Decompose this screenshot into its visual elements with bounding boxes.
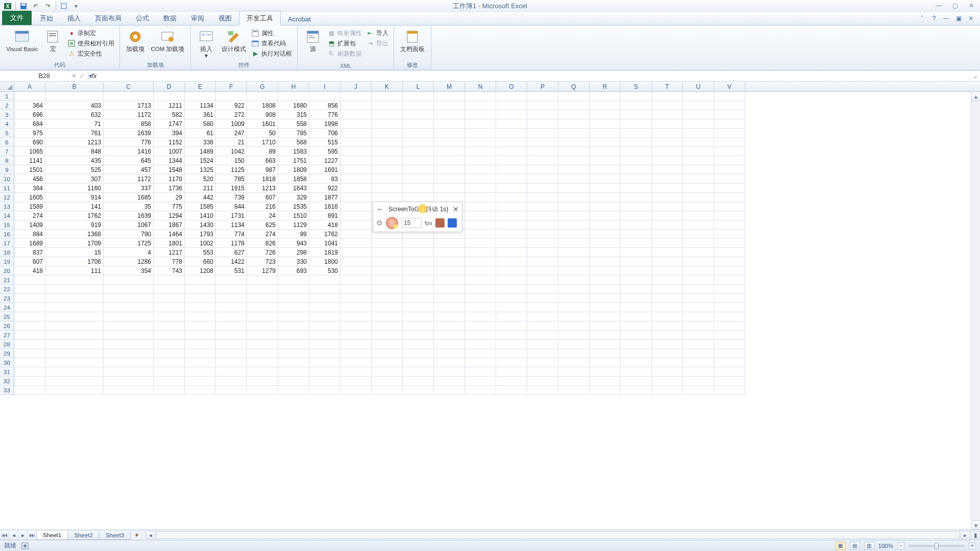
cell[interactable]: [154, 303, 185, 312]
cell[interactable]: [45, 303, 104, 312]
row-header[interactable]: 12: [0, 193, 14, 202]
cell[interactable]: [372, 312, 403, 321]
cell[interactable]: [621, 211, 652, 220]
zoom-out-icon[interactable]: −: [897, 542, 904, 549]
split-handle-icon[interactable]: ▮: [971, 531, 980, 539]
cell[interactable]: [278, 303, 309, 312]
cell[interactable]: 364: [14, 101, 45, 110]
cell[interactable]: [434, 193, 465, 202]
cell[interactable]: [340, 147, 372, 156]
xml-source-button[interactable]: 源: [302, 28, 324, 54]
column-header[interactable]: V: [714, 82, 745, 91]
cell[interactable]: [496, 147, 527, 156]
tab-file[interactable]: 文件: [2, 11, 32, 25]
cell[interactable]: 1217: [154, 248, 185, 257]
sheet-last-icon[interactable]: ⏭: [28, 530, 37, 540]
cell[interactable]: [104, 312, 154, 321]
cell[interactable]: [714, 340, 745, 349]
row-header[interactable]: 8: [0, 156, 14, 165]
cell[interactable]: 1808: [247, 101, 278, 110]
cell[interactable]: [372, 119, 403, 129]
cell[interactable]: [465, 230, 496, 239]
cell[interactable]: [372, 101, 403, 110]
cell[interactable]: [340, 156, 372, 165]
column-header[interactable]: U: [683, 82, 714, 91]
horizontal-scrollbar[interactable]: ◂ ▸ ▮: [146, 530, 980, 540]
cell[interactable]: [403, 377, 434, 386]
cell[interactable]: 663: [247, 156, 278, 165]
cell[interactable]: [216, 377, 247, 386]
cell[interactable]: [465, 138, 496, 147]
cell[interactable]: 726: [247, 248, 278, 257]
cell[interactable]: [496, 119, 527, 129]
cell[interactable]: [372, 248, 403, 257]
cell[interactable]: [652, 165, 683, 174]
cell[interactable]: [652, 257, 683, 266]
cell[interactable]: 1129: [278, 220, 309, 230]
cell[interactable]: [496, 220, 527, 230]
cell[interactable]: [527, 239, 558, 248]
cell[interactable]: [558, 266, 590, 276]
cell[interactable]: 1998: [309, 119, 340, 129]
cell[interactable]: [403, 367, 434, 377]
cell[interactable]: [372, 386, 403, 395]
cell[interactable]: [496, 358, 527, 367]
tab-页面布局[interactable]: 页面布局: [88, 11, 129, 25]
cell[interactable]: [45, 340, 104, 349]
cell[interactable]: [558, 220, 590, 230]
cell[interactable]: 71: [45, 119, 104, 129]
cell[interactable]: [278, 321, 309, 331]
cell[interactable]: [154, 340, 185, 349]
cell[interactable]: [45, 386, 104, 395]
cell[interactable]: [527, 303, 558, 312]
cell[interactable]: 1736: [154, 184, 185, 193]
cell[interactable]: 1689: [14, 239, 45, 248]
cell[interactable]: [683, 211, 714, 220]
cell[interactable]: [185, 294, 216, 303]
cell[interactable]: [154, 294, 185, 303]
cell[interactable]: [621, 303, 652, 312]
cell[interactable]: 1141: [14, 156, 45, 165]
cell[interactable]: [465, 266, 496, 276]
macro-security-button[interactable]: ⚠宏安全性: [66, 49, 115, 58]
cell[interactable]: [247, 294, 278, 303]
cell[interactable]: [340, 129, 372, 138]
cell[interactable]: [496, 184, 527, 193]
cell[interactable]: [714, 266, 745, 276]
cell[interactable]: [340, 119, 372, 129]
cell[interactable]: [372, 129, 403, 138]
cell[interactable]: 1416: [104, 147, 154, 156]
cell[interactable]: [527, 138, 558, 147]
cell[interactable]: 908: [247, 110, 278, 119]
cell[interactable]: [527, 165, 558, 174]
cell[interactable]: [434, 239, 465, 248]
cell[interactable]: [558, 211, 590, 220]
cell[interactable]: 1877: [309, 193, 340, 202]
cell[interactable]: [465, 377, 496, 386]
h-scroll-track[interactable]: [156, 531, 960, 539]
tab-视图[interactable]: 视图: [211, 11, 239, 25]
cell[interactable]: [714, 312, 745, 321]
zoom-in-icon[interactable]: +: [969, 542, 976, 549]
cell[interactable]: [247, 331, 278, 340]
cell[interactable]: [527, 340, 558, 349]
cell[interactable]: [309, 276, 340, 285]
cell[interactable]: 384: [14, 184, 45, 193]
cell[interactable]: [14, 285, 45, 294]
cell[interactable]: [185, 303, 216, 312]
cell[interactable]: [621, 147, 652, 156]
cell[interactable]: [247, 312, 278, 321]
cell[interactable]: [372, 174, 403, 184]
cell[interactable]: [558, 386, 590, 395]
scroll-left-icon[interactable]: ◂: [146, 531, 155, 539]
cell[interactable]: [714, 165, 745, 174]
cell[interactable]: [683, 276, 714, 285]
cell[interactable]: [590, 165, 621, 174]
cell[interactable]: 1818: [247, 174, 278, 184]
cell[interactable]: [14, 312, 45, 321]
cell[interactable]: 354: [104, 266, 154, 276]
print-preview-icon[interactable]: [59, 2, 68, 11]
row-header[interactable]: 2: [0, 101, 14, 110]
cell[interactable]: [683, 257, 714, 266]
cell[interactable]: [340, 266, 372, 276]
